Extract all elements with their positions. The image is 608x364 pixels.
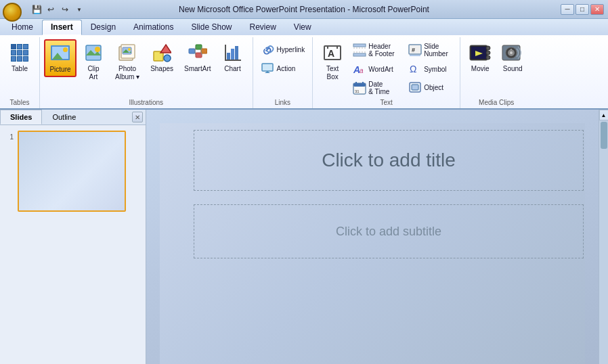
object-button[interactable]: Object — [405, 78, 456, 96]
svg-rect-30 — [353, 44, 366, 47]
symbol-button[interactable]: Ω Symbol — [405, 60, 456, 78]
picture-icon — [49, 43, 71, 64]
picture-button[interactable]: Picture — [44, 39, 77, 77]
text-box-button[interactable]: A TextBox — [317, 39, 348, 84]
tab-insert[interactable]: Insert — [42, 20, 82, 35]
slides-content: 1 — [0, 125, 146, 364]
quick-access-toolbar: 💾 ↩ ↪ ▼ — [30, 3, 85, 16]
links-items: Hyperlink Action — [257, 37, 309, 97]
sound-label: Sound — [503, 65, 523, 73]
photo-album-button[interactable]: PhotoAlbum ▾ — [110, 39, 144, 84]
svg-rect-31 — [353, 53, 366, 56]
photo-album-icon — [116, 42, 138, 64]
media-items: Movie Sound — [464, 37, 528, 97]
close-btn[interactable]: ✕ — [590, 4, 604, 15]
table-icon — [9, 42, 30, 64]
tab-review[interactable]: Review — [240, 20, 284, 35]
movie-icon — [469, 42, 491, 64]
tab-slideshow[interactable]: Slide Show — [182, 20, 240, 35]
slide-subtitle-placeholder[interactable]: Click to add subtitle — [194, 204, 584, 258]
slide-subtitle-text: Click to add subtitle — [336, 225, 441, 239]
shapes-button[interactable]: Shapes — [146, 39, 178, 76]
object-icon — [408, 81, 422, 94]
date-time-label: Date& Time — [368, 81, 389, 95]
illustrations-group-label: Illustrations — [44, 97, 248, 108]
links-group-label: Links — [257, 97, 309, 108]
tab-design[interactable]: Design — [82, 20, 125, 35]
symbol-icon: Ω — [408, 62, 422, 76]
svg-text:A: A — [328, 48, 334, 59]
tab-view[interactable]: View — [285, 20, 320, 35]
photo-album-label: PhotoAlbum ▾ — [115, 65, 139, 81]
header-footer-button[interactable]: Header& Footer — [349, 41, 404, 60]
slide-number-label-1: 1 — [5, 131, 14, 141]
scroll-thumb[interactable] — [601, 122, 607, 149]
svg-rect-19 — [225, 60, 241, 61]
chart-label: Chart — [224, 65, 240, 73]
sound-button[interactable]: Sound — [497, 39, 528, 76]
svg-rect-14 — [201, 49, 207, 53]
tab-animations[interactable]: Animations — [125, 20, 182, 35]
picture-label: Picture — [49, 66, 70, 74]
tables-group-label: Tables — [4, 97, 35, 108]
slide-title-text: Click to add title — [322, 150, 456, 171]
save-qat-btn[interactable]: 💾 — [30, 3, 43, 16]
minimize-btn[interactable]: ─ — [561, 4, 574, 15]
svg-line-16 — [195, 51, 196, 55]
chart-icon — [222, 42, 244, 64]
slides-panel: Slides Outline ✕ 1 — [0, 110, 146, 364]
undo-qat-btn[interactable]: ↩ — [45, 3, 57, 16]
table-label: Table — [12, 65, 28, 73]
clip-art-label: ClipArt — [87, 65, 99, 81]
svg-text:a: a — [360, 67, 364, 74]
action-button[interactable]: Action — [257, 60, 305, 77]
redo-qat-btn[interactable]: ↪ — [59, 3, 71, 16]
svg-point-60 — [511, 49, 512, 50]
svg-rect-37 — [353, 83, 366, 87]
date-time-button[interactable]: 31 Date& Time — [349, 78, 404, 97]
scroll-up-btn[interactable]: ▲ — [599, 110, 609, 120]
qat-dropdown-btn[interactable]: ▼ — [73, 3, 85, 16]
slide-title-placeholder[interactable]: Click to add title — [194, 130, 584, 191]
slides-panel-close[interactable]: ✕ — [132, 112, 143, 122]
svg-rect-23 — [235, 46, 238, 60]
svg-point-10 — [164, 55, 171, 62]
svg-rect-46 — [412, 85, 418, 90]
slide-number-label: SlideNumber — [424, 43, 448, 58]
text-box-icon: A — [322, 42, 343, 64]
svg-rect-12 — [196, 45, 202, 49]
slide-thumbnail-1[interactable] — [18, 131, 126, 212]
clip-art-button[interactable]: ClipArt — [78, 39, 109, 84]
action-label: Action — [277, 65, 296, 72]
svg-rect-20 — [225, 45, 226, 61]
wordart-button[interactable]: A a WordArt — [349, 60, 404, 78]
slides-tab-slides[interactable]: Slides — [0, 110, 42, 124]
window-controls: ─ □ ✕ — [561, 4, 604, 15]
vertical-scrollbar[interactable]: ▲ ▼ — [599, 110, 608, 364]
chart-button[interactable]: Chart — [217, 39, 248, 76]
slides-tab-outline[interactable]: Outline — [42, 110, 86, 124]
maximize-btn[interactable]: □ — [576, 4, 589, 15]
svg-point-59 — [510, 51, 513, 54]
hyperlink-icon — [261, 43, 274, 56]
slide-canvas[interactable]: Click to add title Click to add subtitle — [160, 123, 585, 364]
office-button[interactable] — [3, 3, 22, 22]
slide-number-icon: # — [408, 43, 422, 57]
slide-number-button[interactable]: # SlideNumber — [405, 41, 456, 60]
smartart-label: SmartArt — [184, 65, 211, 73]
movie-button[interactable]: Movie — [464, 39, 496, 76]
table-button[interactable]: Table — [4, 39, 35, 76]
svg-rect-22 — [231, 49, 234, 60]
ribbon-group-text: A TextBox — [313, 37, 460, 108]
slide-area: Click to add title Click to add subtitle — [146, 110, 599, 364]
hyperlink-button[interactable]: Hyperlink — [257, 41, 309, 58]
scroll-track[interactable] — [599, 120, 608, 364]
tables-items: Table — [4, 37, 35, 97]
tab-home[interactable]: Home — [3, 20, 42, 35]
date-time-icon: 31 — [353, 81, 366, 95]
app-body: Slides Outline ✕ 1 Click to add title Cl… — [0, 110, 608, 364]
ribbon-group-links: Hyperlink Action Links — [253, 37, 313, 108]
smartart-button[interactable]: SmartArt — [179, 39, 215, 76]
action-icon — [261, 62, 274, 75]
svg-text:#: # — [412, 47, 415, 53]
